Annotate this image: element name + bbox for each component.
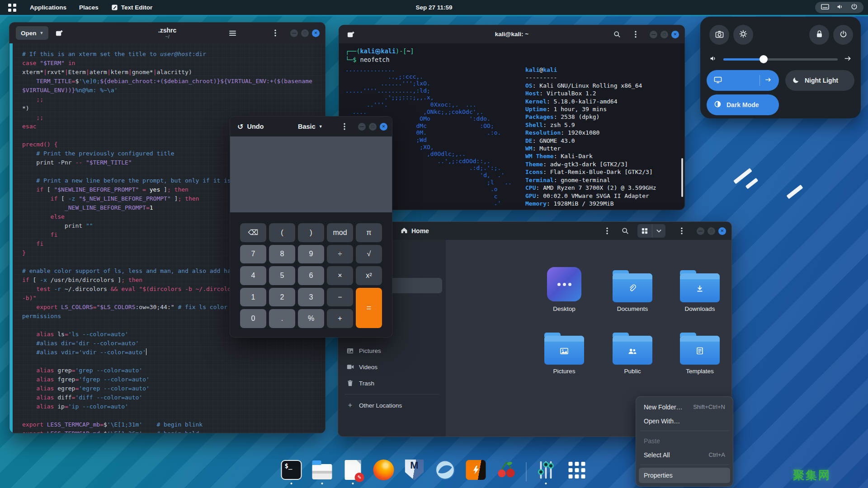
editor-headerbar[interactable]: Open▼ .zshrc ~/ — □ ✕ (9, 23, 325, 43)
system-tray[interactable] (815, 2, 863, 13)
folder-public[interactable]: Public (601, 326, 664, 375)
undo-button[interactable]: ↺ Undo (237, 122, 264, 131)
menu-item-properties[interactable]: Properties (639, 468, 730, 483)
night-light-toggle[interactable]: Night Light (785, 70, 854, 91)
dock-item-metasploit[interactable]: M (403, 459, 426, 484)
files-headerbar[interactable]: Home — □ ✕ (338, 222, 731, 240)
power-button[interactable] (833, 25, 853, 45)
view-toggle[interactable] (637, 224, 665, 238)
menu-item-select-all[interactable]: Select AllCtrl+A (639, 448, 730, 462)
calc-key-minus[interactable]: − (327, 288, 353, 307)
folder-pictures[interactable]: Pictures (533, 326, 596, 375)
list-view-icon[interactable] (637, 224, 652, 238)
arrow-right-icon[interactable] (765, 77, 772, 84)
calc-key-decimal[interactable]: . (269, 309, 295, 328)
dock-item-wireshark[interactable] (434, 459, 457, 484)
calc-key-digit-9[interactable]: 9 (298, 245, 324, 264)
chevron-down-icon[interactable] (652, 224, 665, 238)
folder-downloads[interactable]: Downloads (668, 263, 731, 312)
maximize-button[interactable]: □ (301, 29, 309, 37)
menu-item-open-with-[interactable]: Open With… (639, 414, 730, 428)
close-button[interactable]: ✕ (718, 227, 726, 235)
calc-key-plus[interactable]: + (327, 309, 353, 328)
calc-key-sqrt[interactable]: √ (356, 245, 382, 264)
minimize-button[interactable]: — (358, 123, 366, 131)
calc-key-divide[interactable]: ÷ (327, 245, 353, 264)
maximize-button[interactable]: □ (660, 31, 668, 38)
dock-item-files[interactable] (311, 459, 334, 484)
minimize-button[interactable]: — (650, 31, 657, 38)
dark-mode-toggle[interactable]: Dark Mode (707, 94, 779, 115)
new-tab-icon[interactable] (52, 26, 66, 40)
clock[interactable]: Sep 27 11:59 (415, 4, 452, 11)
calculator-headerbar[interactable]: ↺ Undo Basic▼ — □ ✕ (230, 117, 392, 136)
new-tab-icon[interactable] (344, 28, 357, 41)
sidebar-item-pictures[interactable]: Pictures (342, 343, 442, 358)
activities-grid-icon[interactable] (8, 4, 16, 12)
volume-slider[interactable] (723, 58, 838, 61)
calc-key-digit-0[interactable]: 0 (240, 309, 266, 328)
calc-key-backspace[interactable]: ⌫ (240, 223, 266, 242)
close-button[interactable]: ✕ (671, 31, 679, 38)
calc-key-digit-1[interactable]: 1 (240, 288, 266, 307)
hamburger-menu-icon[interactable] (226, 26, 239, 40)
active-app-button[interactable]: Text Editor (105, 0, 159, 15)
path-bar[interactable]: Home (401, 227, 429, 235)
kebab-menu-icon[interactable] (675, 224, 689, 238)
dock-item-cherrytree[interactable] (495, 459, 518, 484)
terminal-scrollbar[interactable] (681, 158, 683, 197)
maximize-button[interactable]: □ (369, 123, 377, 131)
calculator-display[interactable] (230, 136, 392, 212)
folder-templates[interactable]: Templates (668, 326, 731, 375)
sidebar-item-trash[interactable]: Trash (342, 375, 442, 391)
kebab-menu-icon[interactable] (600, 224, 614, 238)
dock-item-app-grid[interactable] (566, 459, 588, 484)
calc-key-equals[interactable]: = (356, 288, 382, 328)
sidebar-item-videos[interactable]: Videos (342, 359, 442, 375)
folder-desktop[interactable]: Desktop (533, 263, 596, 312)
kebab-menu-icon[interactable] (629, 28, 642, 41)
search-icon[interactable] (610, 28, 624, 41)
calc-key-pi[interactable]: π (356, 223, 382, 242)
dock-item-text-editor[interactable]: ✎ (342, 459, 364, 484)
calc-key-open-paren[interactable]: ( (269, 223, 295, 242)
minimize-button[interactable]: — (290, 29, 298, 37)
close-button[interactable]: ✕ (380, 123, 387, 131)
dock-item-firefox[interactable] (373, 459, 395, 484)
calc-key-digit-5[interactable]: 5 (269, 266, 295, 285)
sidebar-item-other-locations[interactable]: +Other Locations (342, 398, 442, 413)
screenshot-button[interactable] (709, 25, 729, 45)
terminal-headerbar[interactable]: kali@kali: ~ — □ ✕ (339, 25, 684, 43)
lock-button[interactable] (809, 25, 829, 45)
display-toggle[interactable] (707, 70, 779, 91)
mode-selector[interactable]: Basic▼ (298, 123, 323, 130)
calc-key-mod[interactable]: mod (327, 223, 353, 242)
calc-key-digit-4[interactable]: 4 (240, 266, 266, 285)
minimize-button[interactable]: — (697, 227, 704, 235)
calc-key-multiply[interactable]: × (327, 266, 353, 285)
dock-item-tweaks[interactable] (535, 459, 557, 484)
open-button[interactable]: Open▼ (16, 26, 48, 40)
kebab-menu-icon[interactable] (338, 120, 351, 133)
kebab-menu-icon[interactable] (269, 26, 282, 40)
arrow-right-icon[interactable] (844, 55, 852, 64)
calc-key-digit-6[interactable]: 6 (298, 266, 324, 285)
maximize-button[interactable]: □ (708, 227, 715, 235)
folder-documents[interactable]: Documents (601, 263, 664, 312)
settings-button[interactable] (733, 25, 753, 45)
menu-places[interactable]: Places (73, 0, 105, 15)
menu-item-new-folder-[interactable]: New Folder…Shift+Ctrl+N (639, 400, 730, 414)
calc-key-digit-3[interactable]: 3 (298, 288, 324, 307)
calc-key-percent[interactable]: % (298, 309, 324, 328)
calc-key-close-paren[interactable]: ) (298, 223, 324, 242)
volume-knob[interactable] (760, 55, 768, 63)
search-icon[interactable] (618, 224, 632, 238)
close-button[interactable]: ✕ (312, 29, 320, 37)
calc-key-digit-7[interactable]: 7 (240, 245, 266, 264)
calc-key-square[interactable]: x² (356, 266, 382, 285)
calc-key-digit-2[interactable]: 2 (269, 288, 295, 307)
menu-applications[interactable]: Applications (24, 0, 73, 15)
dock-item-terminal[interactable]: $_ (280, 459, 303, 484)
dock-item-burpsuite[interactable] (465, 459, 487, 484)
calc-key-digit-8[interactable]: 8 (269, 245, 295, 264)
